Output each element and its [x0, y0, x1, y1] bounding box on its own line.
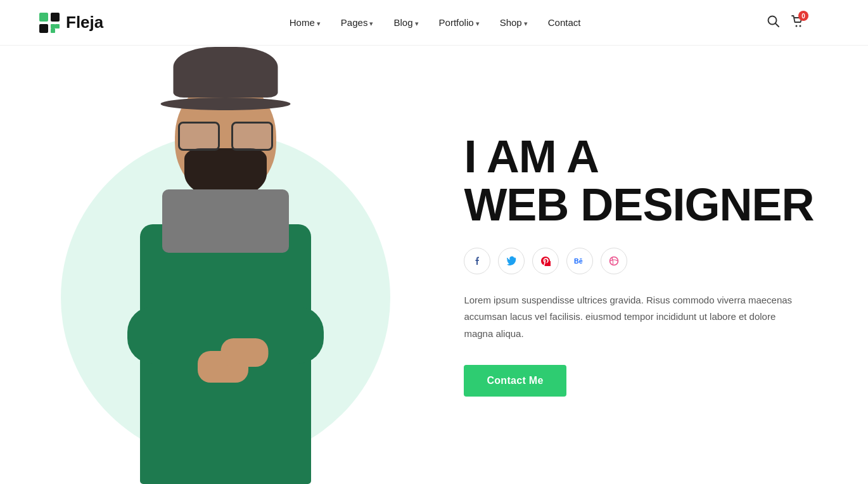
contact-me-button[interactable]: Contact Me [464, 365, 566, 397]
nav-link-home[interactable]: Home [290, 17, 321, 28]
grid-view-button[interactable] [816, 16, 830, 30]
hat-top [174, 47, 278, 98]
svg-rect-0 [39, 13, 48, 22]
facebook-icon [472, 256, 482, 266]
svg-point-8 [796, 25, 798, 27]
behance-icon: Bē [574, 257, 585, 265]
social-behance[interactable]: Bē [566, 248, 593, 274]
nav-item-home[interactable]: Home [290, 17, 321, 29]
logo-text: Fleja [66, 13, 103, 32]
svg-point-9 [800, 25, 801, 27]
search-icon [767, 15, 779, 27]
hero-image-area [0, 46, 451, 484]
person-hand-right [221, 338, 269, 367]
svg-text:Bē: Bē [574, 257, 583, 265]
social-pinterest[interactable] [532, 248, 559, 274]
hero-description: Lorem ipsum suspendisse ultrices gravida… [464, 292, 793, 342]
logo-icon [38, 11, 61, 34]
social-facebook[interactable] [464, 248, 490, 274]
nav-item-portfolio[interactable]: Portfolio [439, 17, 480, 29]
hero-title-line2: WEB DESIGNER [464, 179, 814, 230]
person-glasses [178, 122, 273, 150]
person-figure [99, 79, 352, 484]
nav-item-shop[interactable]: Shop [500, 17, 528, 29]
nav-item-contact[interactable]: Contact [548, 17, 581, 29]
logo[interactable]: Fleja [38, 11, 103, 34]
hero-person [70, 66, 381, 484]
nav-link-blog[interactable]: Blog [393, 17, 418, 28]
hero-title: I AM A WEB DESIGNER [464, 133, 817, 229]
svg-point-11 [610, 257, 618, 265]
twitter-icon [506, 256, 516, 266]
hero-content: I AM A WEB DESIGNER Bē [451, 108, 868, 422]
nav-actions: 0 [767, 15, 830, 30]
social-icons: Bē [464, 248, 817, 274]
svg-rect-1 [51, 13, 60, 22]
cart-button[interactable]: 0 [791, 15, 805, 30]
svg-line-7 [775, 23, 779, 27]
hero-title-line1: I AM A [464, 131, 599, 182]
nav-link-portfolio[interactable]: Portfolio [439, 17, 480, 28]
social-dribbble[interactable] [601, 248, 627, 274]
hero-section: I AM A WEB DESIGNER Bē [0, 46, 868, 484]
navbar: Fleja Home Pages Blog Portfolio Shop Con… [0, 0, 868, 46]
social-twitter[interactable] [498, 248, 525, 274]
svg-rect-2 [39, 24, 48, 33]
nav-link-pages[interactable]: Pages [341, 17, 374, 28]
nav-item-blog[interactable]: Blog [393, 17, 418, 29]
nav-links: Home Pages Blog Portfolio Shop Contact [290, 17, 581, 29]
search-button[interactable] [767, 15, 779, 30]
pinterest-icon [540, 256, 551, 266]
svg-rect-4 [55, 24, 60, 29]
nav-item-pages[interactable]: Pages [341, 17, 374, 29]
svg-rect-5 [51, 29, 55, 33]
nav-link-shop[interactable]: Shop [500, 17, 528, 28]
person-scarf [162, 189, 289, 253]
dribbble-icon [609, 256, 619, 266]
cart-badge: 0 [798, 11, 808, 21]
hat-brim [161, 98, 291, 110]
svg-rect-3 [51, 24, 55, 29]
nav-link-contact[interactable]: Contact [548, 17, 581, 28]
